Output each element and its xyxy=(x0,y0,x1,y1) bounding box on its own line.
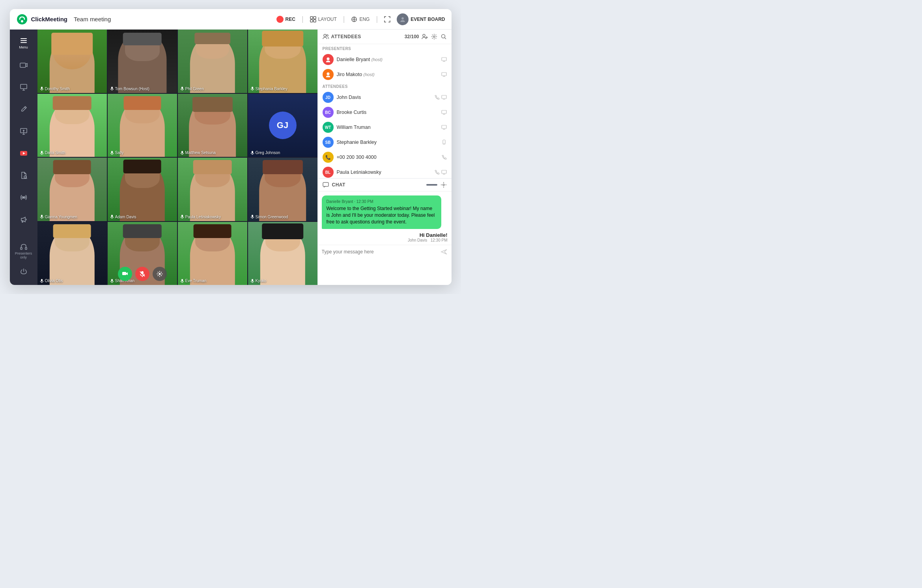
mic-icon-olivia xyxy=(40,279,44,283)
svg-rect-8 xyxy=(21,38,27,39)
svg-rect-39 xyxy=(181,215,183,217)
chat-messages: Danielle Bryant · 12:30 PM Welcome to th… xyxy=(318,192,452,245)
video-cell-matthew[interactable]: Matthew Setsuna xyxy=(178,94,247,157)
phone-icon-john xyxy=(434,95,440,100)
mic-icon-tom xyxy=(110,87,114,91)
mic-icon-eve xyxy=(180,279,184,283)
video-cell-greg[interactable]: GJ Greg Johnson xyxy=(248,94,317,157)
name-tag-sally: Sally xyxy=(110,151,124,155)
sidebar: Menu xyxy=(10,30,37,285)
sidebar-item-documents[interactable] xyxy=(12,165,35,186)
video-cell-daria[interactable]: Daria Smith xyxy=(37,94,107,157)
attendee-row-john[interactable]: JD John Davis xyxy=(318,90,452,105)
language-button[interactable]: ENG xyxy=(351,16,370,22)
chat-input[interactable] xyxy=(322,249,438,255)
svg-rect-19 xyxy=(41,87,43,89)
attendee-row-jiro[interactable]: Jiro Makoto (host) xyxy=(318,67,452,82)
layout-icon xyxy=(310,16,316,22)
name-tag-stephania: Stephania Barkley xyxy=(250,87,287,91)
video-cell-gianna[interactable]: Gianna Youngmen xyxy=(37,158,107,221)
sidebar-item-whiteboard[interactable] xyxy=(12,99,35,119)
video-cell-paula[interactable]: Paula Leśniakowsky xyxy=(178,158,247,221)
sidebar-item-power[interactable] xyxy=(12,261,35,282)
mic-icon-phil xyxy=(180,87,184,91)
logo-text: ClickMeeting xyxy=(31,16,68,22)
settings-icon xyxy=(157,271,163,277)
app-window: ClickMeeting Team meeting REC | LAYOUT | xyxy=(10,9,452,285)
name-tag-paula: Paula Leśniakowsky xyxy=(180,215,221,219)
screen-icon-william xyxy=(441,125,447,130)
sidebar-item-camera[interactable] xyxy=(12,55,35,75)
camera-toggle-button[interactable] xyxy=(118,267,132,281)
attendee-row-phone[interactable]: 📞 +00 200 300 4000 xyxy=(318,150,452,165)
svg-line-63 xyxy=(444,38,446,39)
fullscreen-button[interactable] xyxy=(384,16,390,22)
sidebar-item-presentation[interactable] xyxy=(12,77,35,97)
power-icon xyxy=(20,268,28,275)
svg-rect-31 xyxy=(181,151,183,153)
svg-rect-73 xyxy=(442,170,446,173)
fullscreen-icon xyxy=(384,16,390,22)
sidebar-item-broadcast[interactable] xyxy=(12,187,35,208)
chat-input-area xyxy=(318,245,452,259)
video-controls xyxy=(118,267,167,281)
presenters-section-label: PRESENTERS xyxy=(318,44,452,52)
sidebar-item-youtube[interactable] xyxy=(12,143,35,164)
screen-icon-john xyxy=(441,95,447,100)
sidebar-item-screen-share[interactable] xyxy=(12,121,35,141)
video-cell-stephania[interactable]: Stephania Barkley xyxy=(248,30,317,93)
mic-icon xyxy=(40,87,44,91)
attendee-row-brooke[interactable]: BC Brooke Curtis xyxy=(318,105,452,120)
chat-response-text: Hi Danielle! xyxy=(420,232,448,238)
svg-rect-67 xyxy=(442,73,446,76)
send-icon[interactable] xyxy=(440,248,448,255)
mic-icon-gianna xyxy=(40,215,44,219)
attendee-row-william[interactable]: WT William Truman xyxy=(318,120,452,135)
avatar-jiro xyxy=(323,69,334,80)
name-danielle: Danielle Bryant (host) xyxy=(337,57,438,62)
top-bar-right: REC | LAYOUT | ENG xyxy=(276,13,445,25)
sidebar-item-presenters-only[interactable]: Presenters only xyxy=(12,241,35,261)
add-attendee-icon[interactable] xyxy=(422,33,428,40)
video-cell-adam[interactable]: Adam Davis xyxy=(108,158,177,221)
video-cell-kyoko[interactable]: Kyoko xyxy=(248,222,317,285)
mic-toggle-button[interactable] xyxy=(135,267,149,281)
chat-settings-icon[interactable] xyxy=(440,182,447,188)
search-attendees-icon[interactable] xyxy=(440,33,447,40)
svg-rect-41 xyxy=(252,215,253,217)
youtube-icon xyxy=(20,149,28,157)
video-cell-sally[interactable]: Sally xyxy=(108,94,177,157)
mic-icon-greg xyxy=(250,151,254,155)
presentation-icon xyxy=(20,83,28,91)
mic-icon-sally xyxy=(110,151,114,155)
svg-point-57 xyxy=(327,35,328,36)
rec-button[interactable]: REC xyxy=(276,16,295,23)
svg-rect-27 xyxy=(41,151,43,153)
attendee-row-stephanie[interactable]: SB Stephanie Barkley xyxy=(318,135,452,150)
right-panel: ATTENDEES 32/100 xyxy=(317,30,452,285)
video-cell-eve[interactable]: Eve Truman xyxy=(178,222,247,285)
svg-rect-37 xyxy=(111,215,113,217)
video-cell-tom[interactable]: Tom Bowsun (Host) xyxy=(108,30,177,93)
attendee-row-danielle[interactable]: Danielle Bryant (host) xyxy=(318,52,452,67)
name-tag-greg: Greg Johnson xyxy=(250,151,280,155)
screen-share-att-icon xyxy=(441,57,447,62)
video-cell-shah[interactable]: Shah Khan xyxy=(108,222,177,285)
sidebar-item-megaphone[interactable] xyxy=(12,209,35,230)
video-cell-dorothy[interactable]: Dorothy Smith xyxy=(37,30,107,93)
svg-point-72 xyxy=(444,143,444,144)
attendee-row-paula-att[interactable]: BL Paula Leśniakowsky xyxy=(318,165,452,178)
mobile-icon-stephanie xyxy=(441,140,447,145)
name-tag-daria: Daria Smith xyxy=(40,151,65,155)
layout-button[interactable]: LAYOUT xyxy=(310,16,337,22)
video-cell-phil[interactable]: Phil Green xyxy=(178,30,247,93)
avatar-button[interactable]: EVENT BOARD xyxy=(397,13,445,25)
avatar-phone: 📞 xyxy=(323,152,334,163)
name-jiro: Jiro Makoto (host) xyxy=(337,72,438,77)
settings-button[interactable] xyxy=(153,267,167,281)
sidebar-item-menu[interactable]: Menu xyxy=(12,33,35,53)
video-cell-simon[interactable]: Simon Greenwood xyxy=(248,158,317,221)
settings-attendees-icon[interactable] xyxy=(431,33,437,40)
video-cell-olivia[interactable]: Olivia Otis xyxy=(37,222,107,285)
svg-point-16 xyxy=(23,197,24,198)
